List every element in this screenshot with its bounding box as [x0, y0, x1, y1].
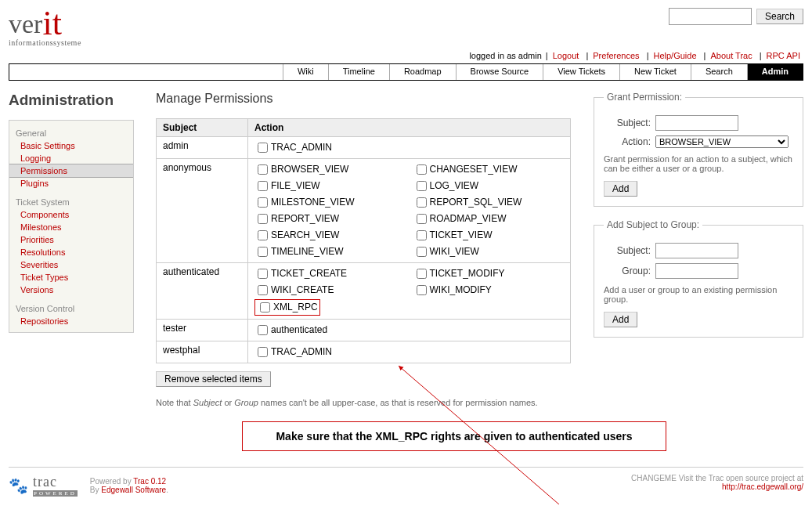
footer: 🐾 tracPOWERED Powered by Trac 0.12 By Ed…: [9, 474, 803, 497]
perm-checkbox[interactable]: [258, 347, 268, 357]
search-input[interactable]: [669, 8, 752, 25]
table-row: testerauthenticated: [157, 320, 571, 341]
rpc-api-link[interactable]: RPC API: [767, 51, 800, 60]
perm-checkbox[interactable]: [417, 197, 427, 208]
page-title: Administration: [9, 92, 140, 109]
perm-checkbox[interactable]: [417, 214, 427, 224]
sidenav: GeneralBasic SettingsLoggingPermissionsP…: [9, 120, 134, 333]
sidenav-basic-settings[interactable]: Basic Settings: [9, 139, 133, 152]
table-row: adminTRAC_ADMIN: [157, 137, 571, 159]
logo: verit informationssysteme: [9, 8, 81, 46]
sidenav-permissions[interactable]: Permissions: [9, 164, 133, 178]
sidenav-severities[interactable]: Severities: [9, 258, 133, 271]
nav-new-ticket[interactable]: New Ticket: [619, 64, 691, 80]
sidenav-milestones[interactable]: Milestones: [9, 221, 133, 233]
group-subject-input[interactable]: [655, 243, 738, 258]
perm-checkbox[interactable]: [258, 143, 268, 153]
nav-timeline[interactable]: Timeline: [328, 64, 389, 80]
perm-checkbox[interactable]: [417, 181, 427, 191]
perm-checkbox[interactable]: [260, 302, 270, 312]
add-subject-to-group-panel: Add Subject to Group: Subject: Group: Ad…: [594, 219, 803, 338]
grant-subject-input[interactable]: [655, 115, 738, 131]
table-row: authenticatedTICKET_CREATETICKET_MODIFYW…: [157, 263, 571, 320]
sidenav-ticket-types[interactable]: Ticket Types: [9, 271, 133, 284]
perm-checkbox[interactable]: [258, 181, 268, 191]
perm-checkbox[interactable]: [417, 269, 427, 279]
nav-view-tickets[interactable]: View Tickets: [543, 64, 619, 80]
grant-action-select[interactable]: BROWSER_VIEW: [655, 135, 789, 148]
sidenav-logging[interactable]: Logging: [9, 152, 133, 164]
permissions-table: Subject Action adminTRAC_ADMINanonymousB…: [156, 118, 571, 363]
perm-checkbox[interactable]: [258, 197, 268, 208]
note-text: Note that Subject or Group names can't b…: [156, 398, 571, 407]
help-link[interactable]: Help/Guide: [654, 51, 697, 60]
annotation-callout: Make sure that the XML_RPC rights are gi…: [242, 421, 666, 451]
sidenav-repositories[interactable]: Repositories: [9, 315, 133, 327]
perm-checkbox[interactable]: [258, 285, 268, 295]
group-add-button[interactable]: Add: [604, 312, 637, 327]
perm-checkbox[interactable]: [417, 285, 427, 295]
group-group-input[interactable]: [655, 263, 738, 279]
mainnav: WikiTimelineRoadmapBrowse SourceView Tic…: [9, 63, 803, 81]
nav-roadmap[interactable]: Roadmap: [389, 64, 456, 80]
grant-permission-panel: Grant Permission: Subject: Action: BROWS…: [594, 92, 803, 207]
perm-checkbox[interactable]: [258, 214, 268, 224]
preferences-link[interactable]: Preferences: [593, 51, 639, 60]
trac-paw-icon: 🐾: [9, 478, 28, 493]
sidenav-resolutions[interactable]: Resolutions: [9, 246, 133, 258]
nav-browse-source[interactable]: Browse Source: [456, 64, 543, 80]
section-title: Manage Permissions: [156, 92, 578, 106]
logged-in-text: logged in as admin: [469, 51, 541, 60]
perm-checkbox[interactable]: [258, 325, 268, 335]
grant-add-button[interactable]: Add: [604, 181, 637, 197]
perm-checkbox[interactable]: [417, 164, 427, 175]
search-button[interactable]: Search: [756, 9, 803, 24]
perm-checkbox[interactable]: [417, 230, 427, 240]
logout-link[interactable]: Logout: [553, 51, 579, 60]
nav-search[interactable]: Search: [691, 64, 747, 80]
sidenav-plugins[interactable]: Plugins: [9, 177, 133, 190]
about-link[interactable]: About Trac: [710, 51, 752, 60]
metanav: logged in as admin |Logout |Preferences …: [9, 51, 803, 60]
nav-wiki[interactable]: Wiki: [283, 64, 328, 80]
table-row: westphalTRAC_ADMIN: [157, 341, 571, 363]
perm-checkbox[interactable]: [258, 230, 268, 240]
remove-selected-button[interactable]: Remove selected items: [156, 371, 271, 387]
sidenav-priorities[interactable]: Priorities: [9, 233, 133, 246]
sidenav-versions[interactable]: Versions: [9, 284, 133, 296]
perm-checkbox[interactable]: [258, 164, 268, 175]
sidenav-components[interactable]: Components: [9, 208, 133, 221]
perm-checkbox[interactable]: [417, 247, 427, 257]
nav-admin[interactable]: Admin: [747, 64, 803, 80]
table-row: anonymousBROWSER_VIEWCHANGESET_VIEWFILE_…: [157, 159, 571, 263]
perm-checkbox[interactable]: [258, 247, 268, 257]
perm-checkbox[interactable]: [258, 269, 268, 279]
